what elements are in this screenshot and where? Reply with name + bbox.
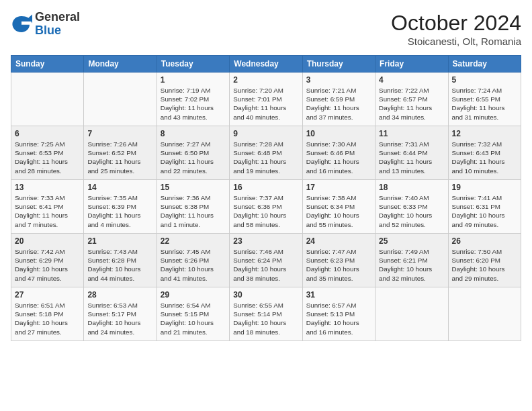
day-info: Sunrise: 7:38 AM Sunset: 6:34 PM Dayligh… [306, 193, 371, 229]
calendar-cell: 3Sunrise: 7:21 AM Sunset: 6:59 PM Daylig… [302, 73, 375, 126]
day-number: 16 [233, 183, 298, 192]
day-info: Sunrise: 7:37 AM Sunset: 6:36 PM Dayligh… [233, 193, 298, 229]
day-info: Sunrise: 7:36 AM Sunset: 6:38 PM Dayligh… [161, 193, 226, 229]
day-info: Sunrise: 7:40 AM Sunset: 6:33 PM Dayligh… [379, 193, 444, 229]
calendar-cell: 2Sunrise: 7:20 AM Sunset: 7:01 PM Daylig… [230, 73, 302, 126]
header-wednesday: Wednesday [230, 56, 302, 73]
calendar-cell: 30Sunrise: 6:55 AM Sunset: 5:14 PM Dayli… [230, 287, 302, 341]
day-info: Sunrise: 7:31 AM Sunset: 6:44 PM Dayligh… [379, 140, 444, 175]
month-title: October 2024 [391, 11, 521, 36]
header-friday: Friday [375, 56, 448, 73]
day-number: 25 [379, 236, 444, 246]
calendar-cell: 23Sunrise: 7:46 AM Sunset: 6:24 PM Dayli… [230, 234, 302, 287]
calendar-cell [11, 73, 84, 126]
day-info: Sunrise: 7:19 AM Sunset: 7:02 PM Dayligh… [161, 86, 226, 122]
day-number: 3 [306, 75, 371, 85]
day-info: Sunrise: 7:20 AM Sunset: 7:01 PM Dayligh… [233, 86, 298, 122]
day-number: 1 [161, 75, 226, 85]
day-info: Sunrise: 7:35 AM Sunset: 6:39 PM Dayligh… [87, 193, 152, 229]
calendar-cell: 28Sunrise: 6:53 AM Sunset: 5:17 PM Dayli… [84, 287, 157, 341]
calendar-cell: 26Sunrise: 7:50 AM Sunset: 6:20 PM Dayli… [448, 234, 521, 287]
day-number: 10 [306, 129, 371, 138]
calendar-cell: 29Sunrise: 6:54 AM Sunset: 5:15 PM Dayli… [157, 287, 229, 341]
calendar-cell: 25Sunrise: 7:49 AM Sunset: 6:21 PM Dayli… [375, 234, 448, 287]
header-tuesday: Tuesday [157, 56, 229, 73]
day-info: Sunrise: 7:24 AM Sunset: 6:55 PM Dayligh… [452, 86, 517, 122]
day-number: 2 [233, 75, 298, 85]
day-number: 4 [379, 75, 444, 85]
day-info: Sunrise: 7:32 AM Sunset: 6:43 PM Dayligh… [452, 140, 517, 175]
day-number: 20 [15, 236, 80, 246]
calendar-cell: 31Sunrise: 6:57 AM Sunset: 5:13 PM Dayli… [302, 287, 375, 341]
day-number: 28 [87, 290, 152, 300]
title-block: October 2024 Stoicanesti, Olt, Romania [391, 11, 521, 47]
day-number: 26 [452, 236, 517, 246]
calendar-cell: 1Sunrise: 7:19 AM Sunset: 7:02 PM Daylig… [157, 73, 229, 126]
day-info: Sunrise: 6:53 AM Sunset: 5:17 PM Dayligh… [87, 301, 152, 336]
calendar-cell: 21Sunrise: 7:43 AM Sunset: 6:28 PM Dayli… [84, 234, 157, 287]
header-thursday: Thursday [302, 56, 375, 73]
day-number: 17 [306, 183, 371, 192]
day-number: 9 [233, 129, 298, 138]
day-number: 22 [161, 236, 226, 246]
day-info: Sunrise: 6:51 AM Sunset: 5:18 PM Dayligh… [15, 301, 80, 336]
day-number: 7 [87, 129, 152, 138]
calendar-cell: 20Sunrise: 7:42 AM Sunset: 6:29 PM Dayli… [11, 234, 84, 287]
calendar-header: SundayMondayTuesdayWednesdayThursdayFrid… [11, 56, 521, 73]
day-number: 21 [87, 236, 152, 246]
day-number: 12 [452, 129, 517, 138]
day-info: Sunrise: 7:47 AM Sunset: 6:23 PM Dayligh… [306, 247, 371, 283]
header-monday: Monday [84, 56, 157, 73]
day-number: 29 [161, 290, 226, 300]
day-info: Sunrise: 7:27 AM Sunset: 6:50 PM Dayligh… [161, 140, 226, 175]
calendar-cell: 15Sunrise: 7:36 AM Sunset: 6:38 PM Dayli… [157, 180, 229, 234]
calendar-cell: 16Sunrise: 7:37 AM Sunset: 6:36 PM Dayli… [230, 180, 302, 234]
day-info: Sunrise: 7:25 AM Sunset: 6:53 PM Dayligh… [15, 140, 80, 175]
day-number: 31 [306, 290, 371, 300]
day-info: Sunrise: 7:49 AM Sunset: 6:21 PM Dayligh… [379, 247, 444, 283]
calendar-cell: 19Sunrise: 7:41 AM Sunset: 6:31 PM Dayli… [448, 180, 521, 234]
day-number: 18 [379, 183, 444, 192]
day-info: Sunrise: 6:54 AM Sunset: 5:15 PM Dayligh… [161, 301, 226, 336]
week-row-0: 1Sunrise: 7:19 AM Sunset: 7:02 PM Daylig… [11, 73, 521, 126]
calendar-table: SundayMondayTuesdayWednesdayThursdayFrid… [11, 55, 521, 341]
day-info: Sunrise: 7:26 AM Sunset: 6:52 PM Dayligh… [87, 140, 152, 175]
day-info: Sunrise: 7:45 AM Sunset: 6:26 PM Dayligh… [161, 247, 226, 283]
day-number: 15 [161, 183, 226, 192]
calendar-cell: 10Sunrise: 7:30 AM Sunset: 6:46 PM Dayli… [302, 126, 375, 180]
calendar-cell: 14Sunrise: 7:35 AM Sunset: 6:39 PM Dayli… [84, 180, 157, 234]
logo: General Blue [11, 11, 80, 38]
day-number: 5 [452, 75, 517, 85]
calendar-cell: 13Sunrise: 7:33 AM Sunset: 6:41 PM Dayli… [11, 180, 84, 234]
week-row-1: 6Sunrise: 7:25 AM Sunset: 6:53 PM Daylig… [11, 126, 521, 180]
day-info: Sunrise: 7:33 AM Sunset: 6:41 PM Dayligh… [15, 193, 80, 229]
day-info: Sunrise: 7:42 AM Sunset: 6:29 PM Dayligh… [15, 247, 80, 283]
day-number: 14 [87, 183, 152, 192]
week-row-2: 13Sunrise: 7:33 AM Sunset: 6:41 PM Dayli… [11, 180, 521, 234]
day-info: Sunrise: 6:55 AM Sunset: 5:14 PM Dayligh… [233, 301, 298, 336]
day-info: Sunrise: 7:22 AM Sunset: 6:57 PM Dayligh… [379, 86, 444, 122]
day-number: 8 [161, 129, 226, 138]
header-saturday: Saturday [448, 56, 521, 73]
calendar-cell: 4Sunrise: 7:22 AM Sunset: 6:57 PM Daylig… [375, 73, 448, 126]
calendar-cell: 7Sunrise: 7:26 AM Sunset: 6:52 PM Daylig… [84, 126, 157, 180]
header-row: SundayMondayTuesdayWednesdayThursdayFrid… [11, 56, 521, 73]
calendar-cell: 24Sunrise: 7:47 AM Sunset: 6:23 PM Dayli… [302, 234, 375, 287]
calendar-cell [448, 287, 521, 341]
day-number: 24 [306, 236, 371, 246]
day-info: Sunrise: 7:50 AM Sunset: 6:20 PM Dayligh… [452, 247, 517, 283]
calendar-cell [84, 73, 157, 126]
calendar-cell: 6Sunrise: 7:25 AM Sunset: 6:53 PM Daylig… [11, 126, 84, 180]
day-number: 23 [233, 236, 298, 246]
day-number: 19 [452, 183, 517, 192]
day-info: Sunrise: 7:41 AM Sunset: 6:31 PM Dayligh… [452, 193, 517, 229]
calendar-cell: 5Sunrise: 7:24 AM Sunset: 6:55 PM Daylig… [448, 73, 521, 126]
logo-general-text: General [35, 10, 80, 24]
day-info: Sunrise: 7:46 AM Sunset: 6:24 PM Dayligh… [233, 247, 298, 283]
location: Stoicanesti, Olt, Romania [391, 36, 521, 47]
calendar-cell: 9Sunrise: 7:28 AM Sunset: 6:48 PM Daylig… [230, 126, 302, 180]
calendar-body: 1Sunrise: 7:19 AM Sunset: 7:02 PM Daylig… [11, 73, 521, 341]
calendar-cell: 22Sunrise: 7:45 AM Sunset: 6:26 PM Dayli… [157, 234, 229, 287]
week-row-3: 20Sunrise: 7:42 AM Sunset: 6:29 PM Dayli… [11, 234, 521, 287]
day-number: 6 [15, 129, 80, 138]
